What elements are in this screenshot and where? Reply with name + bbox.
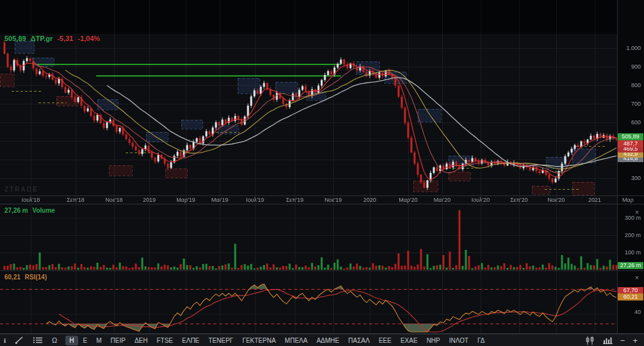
rsi-current-value: 60,21 (4, 274, 21, 281)
time-tick-label: Ιουλ'20 (460, 197, 501, 203)
trading-app-window: 505,89 ΔTP.gr -5,31 -1,04% ZTRADE Ιουλ'1… (0, 0, 644, 346)
price-tick-label: 300 (619, 175, 641, 181)
price-change-pct: -1,04% (78, 35, 101, 42)
info-icon[interactable]: i (4, 336, 6, 344)
symbol-shortcut-buttons: ΠΕΙΡΔΕΗFTSEΕΛΠΕΤΕΝΕΡΓΓΕΚΤΕΡΝΑΜΠΕΛΑΑΔΜΗΕΠ… (106, 336, 490, 345)
symbol-button-ΤΕΝΕΡΓ[interactable]: ΤΕΝΕΡΓ (204, 336, 237, 345)
chart-type-icon[interactable] (585, 336, 595, 345)
timeframe-button-Μ[interactable]: Μ (92, 336, 105, 345)
toolbar-left-icons: i Ω (4, 336, 57, 344)
symbol-button-ΙΝΛΟΤ[interactable]: ΙΝΛΟΤ (445, 336, 472, 345)
price-level-badge: 487,7 (618, 140, 643, 147)
price-tick-label: 800 (619, 82, 641, 88)
volume-current-badge: 27,26 m (618, 262, 643, 269)
symbol-button-ΕΕΕ[interactable]: ΕΕΕ (375, 336, 395, 345)
time-tick-label: Ιουλ'19 (235, 197, 276, 203)
price-tick-label: 600 (619, 119, 641, 126)
zoom-out-button[interactable]: − (620, 336, 625, 345)
volume-indicator-name: Volume (32, 207, 54, 214)
price-change: -5,31 (57, 35, 73, 42)
symbol-legend: 505,89 ΔTP.gr -5,31 -1,04% (4, 35, 100, 42)
last-price: 505,89 (4, 35, 26, 42)
volume-current-value: 27,26 m (4, 207, 28, 214)
time-tick-label: 2019 (129, 197, 170, 203)
rsi-pane-close-button[interactable]: × (633, 274, 641, 282)
time-tick-label: 2020 (349, 197, 390, 203)
indicator-histogram-icon[interactable] (603, 336, 613, 344)
symbol-button-ΜΠΕΛΑ[interactable]: ΜΠΕΛΑ (281, 336, 311, 345)
timeframe-button-Η[interactable]: Η (65, 336, 78, 345)
symbol-button-ΓΕΚΤΕΡΝΑ[interactable]: ΓΕΚΤΕΡΝΑ (238, 336, 279, 345)
zoom-in-button[interactable]: + (632, 336, 638, 345)
volume-tick-label: 200 m (619, 232, 641, 238)
symbol-button-ΝΗΡ[interactable]: ΝΗΡ (423, 336, 444, 345)
price-tick-label: 1.000 (619, 45, 641, 51)
time-tick-label: Ιουλ'18 (10, 197, 51, 203)
symbol-button-FTSE[interactable]: FTSE (153, 336, 177, 345)
rsi-indicator-name: RSI(14) (25, 274, 47, 281)
time-tick-label: Μαρ (607, 197, 644, 203)
rsi-pane-label: 60,21 RSI(14) (4, 274, 47, 281)
time-tick-label: Νοε'20 (536, 197, 577, 203)
draw-icon[interactable] (15, 336, 24, 344)
symbol-button-ΕΛΠΕ[interactable]: ΕΛΠΕ (178, 336, 203, 345)
time-tick-label: Σεπ'19 (274, 197, 315, 203)
time-tick-label: Μαι'20 (422, 197, 463, 203)
bottom-toolbar: i Ω ΗΕΜ ΠΕΙΡΔΕΗFTSEΕΛΠΕΤΕΝΕΡΓΓΕΚΤΕΡΝΑΜΠΕ… (0, 334, 644, 346)
symbol-button-ΕΧΑΕ[interactable]: ΕΧΑΕ (397, 336, 422, 345)
price-chart-canvas[interactable] (0, 0, 644, 334)
watchlist-icon[interactable] (33, 336, 43, 344)
price-level-badge: 505,89 (618, 133, 643, 140)
symbol-button-ΓΔ[interactable]: ΓΔ (474, 336, 488, 345)
volume-pane-label: 27,26 m Volume (4, 207, 55, 214)
symbol-name: ΔTP.gr (31, 35, 53, 42)
symbol-button-ΔΕΗ[interactable]: ΔΕΗ (131, 336, 152, 345)
time-tick-label: Σεπ'20 (499, 197, 540, 203)
omega-button[interactable]: Ω (52, 336, 57, 344)
volume-tick-label: 100 m (619, 249, 641, 256)
symbol-button-ΠΑΣΑΛ[interactable]: ΠΑΣΑΛ (344, 336, 373, 345)
rsi-tick-label: 40 (619, 309, 641, 315)
symbol-button-ΑΔΜΗΕ[interactable]: ΑΔΜΗΕ (313, 336, 343, 345)
time-tick-label: Σεπ'18 (55, 197, 96, 203)
volume-pane-close-button[interactable]: × (633, 209, 641, 217)
time-tick-label: Νοε'19 (313, 197, 354, 203)
price-tick-label: 900 (619, 63, 641, 70)
symbol-button-ΠΕΙΡ[interactable]: ΠΕΙΡ (107, 336, 129, 345)
toolbar-right-icons: − + (585, 336, 638, 345)
price-tick-label: 700 (619, 101, 641, 107)
timeframe-buttons: ΗΕΜ (65, 336, 106, 345)
timeframe-button-Ε[interactable]: Ε (79, 336, 92, 345)
rsi-level-badge: 60,21 (618, 293, 643, 301)
platform-watermark: ZTRADE (4, 186, 38, 193)
